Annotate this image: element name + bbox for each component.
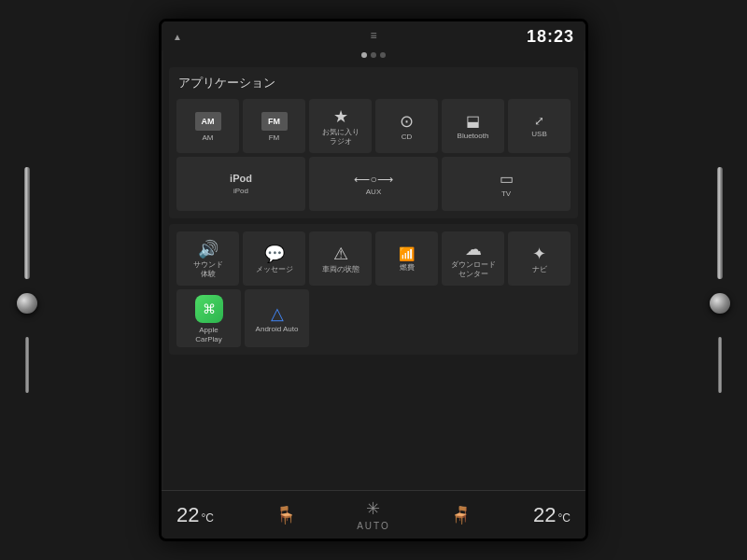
signal-icon: ▲ (173, 32, 182, 42)
app-tile-usb[interactable]: ⤢ USB (508, 99, 571, 153)
empty-space (313, 289, 571, 347)
func-tile-sound[interactable]: 🔊 サウンド体験 (176, 231, 239, 286)
nav-icon: ✦ (532, 245, 546, 262)
temp-left-value: 22 (176, 503, 199, 527)
knob-ball-right[interactable] (710, 293, 730, 314)
app-tile-bluetooth[interactable]: ⬓ Bluetooth (442, 99, 504, 153)
app-tile-fm[interactable]: FM FM (243, 99, 305, 153)
ipod-label: iPod (233, 187, 248, 196)
fuel-label: 燃費 (400, 263, 415, 273)
knob-ball-left[interactable] (17, 293, 37, 314)
climate-bar: 22 °C 🪑 ✳ AUTO 🪑 22 °C (162, 490, 585, 539)
app-tile-aux[interactable]: ⟵○⟶ AUX (309, 157, 438, 211)
carplay-label: AppleCarPlay (195, 326, 221, 343)
aux-icon: ⟵○⟶ (354, 174, 392, 185)
vehicle-icon: ⚠ (333, 245, 348, 262)
bluetooth-icon: ⬓ (466, 114, 480, 129)
ipod-icon: iPod (230, 174, 252, 184)
fuel-icon: 📶 (399, 247, 415, 260)
fm-label: FM (269, 133, 280, 143)
app-tile-cd[interactable]: ⊙ CD (375, 99, 438, 153)
carplay-icon: ⌘ (203, 301, 216, 316)
carplay-icon-bg: ⌘ (195, 295, 223, 323)
nav-label: ナビ (532, 265, 547, 274)
func-tile-carplay[interactable]: ⌘ AppleCarPlay (176, 289, 241, 347)
main-screen: ▲ ≡ 18:23 アプリケーション AM AM FM FM ★ お気に入りラジ… (159, 19, 588, 541)
func-grid-row2: ⌘ AppleCarPlay △ Android Auto (176, 289, 571, 347)
knob-stem-small-left (25, 337, 29, 393)
app-tile-fav[interactable]: ★ お気に入りラジオ (309, 99, 372, 153)
temp-right-group: 22 °C (533, 503, 571, 527)
func-section: 🔊 サウンド体験 💬 メッセージ ⚠ 車両の状態 📶 燃費 ☁ ダウンロードセン… (169, 224, 578, 355)
section-title: アプリケーション (176, 75, 571, 91)
fav-icon: ★ (333, 108, 348, 125)
left-knob[interactable] (17, 167, 37, 393)
cd-icon: ⊙ (400, 113, 414, 130)
usb-label: USB (531, 130, 546, 139)
func-grid-row1: 🔊 サウンド体験 💬 メッセージ ⚠ 車両の状態 📶 燃費 ☁ ダウンロードセン… (176, 231, 571, 286)
seat-left-icon[interactable]: 🪑 (275, 505, 296, 525)
media-grid-row2: iPod iPod ⟵○⟶ AUX ▭ TV (176, 157, 571, 211)
dot-2[interactable] (371, 52, 376, 58)
func-tile-vehicle[interactable]: ⚠ 車両の状態 (309, 231, 372, 286)
am-icon: AM (195, 112, 221, 131)
androidauto-label: Android Auto (256, 325, 299, 334)
knob-stem-small-right (718, 337, 722, 393)
sound-icon: 🔊 (198, 241, 218, 258)
clock: 18:23 (527, 27, 574, 47)
download-icon: ☁ (465, 241, 482, 258)
func-tile-fuel[interactable]: 📶 燃費 (375, 231, 438, 286)
func-tile-download[interactable]: ☁ ダウンロードセンター (442, 231, 504, 286)
am-label: AM (203, 133, 214, 143)
fan-icon: ✳ (366, 498, 380, 519)
dot-1[interactable] (361, 52, 367, 58)
bluetooth-label: Bluetooth (458, 132, 489, 141)
androidauto-icon: △ (271, 305, 284, 322)
tv-label: TV (501, 189, 511, 199)
func-tile-message[interactable]: 💬 メッセージ (243, 231, 305, 286)
vehicle-label: 車両の状態 (322, 265, 359, 274)
message-icon: 💬 (264, 245, 285, 262)
fm-icon: FM (261, 112, 288, 131)
aux-label: AUX (366, 188, 381, 197)
app-tile-ipod[interactable]: iPod iPod (176, 157, 305, 211)
status-bar: ▲ ≡ 18:23 (162, 21, 585, 50)
app-tile-tv[interactable]: ▭ TV (442, 157, 571, 211)
knob-stem-left (24, 167, 30, 279)
seat-right-icon[interactable]: 🪑 (451, 505, 472, 525)
fav-label: お気に入りラジオ (322, 128, 359, 146)
func-tile-androidauto[interactable]: △ Android Auto (245, 289, 309, 347)
media-grid-row1: AM AM FM FM ★ お気に入りラジオ ⊙ CD ⬓ Bluetooth … (176, 99, 571, 153)
download-label: ダウンロードセンター (451, 260, 496, 278)
app-tile-am[interactable]: AM AM (176, 99, 239, 153)
temp-right-value: 22 (533, 503, 556, 527)
app-section: アプリケーション AM AM FM FM ★ お気に入りラジオ ⊙ CD ⬓ B… (169, 67, 578, 218)
temp-left-group: 22 °C (176, 503, 214, 527)
page-dots (162, 50, 585, 63)
auto-label: AUTO (357, 521, 390, 531)
temp-right-unit: °C (557, 511, 570, 525)
func-tile-nav[interactable]: ✦ ナビ (508, 231, 571, 286)
right-knob[interactable] (710, 167, 730, 393)
cd-label: CD (402, 133, 413, 142)
tv-icon: ▭ (500, 172, 514, 187)
message-label: メッセージ (256, 265, 293, 274)
climate-center: ✳ AUTO (357, 498, 390, 531)
menu-icon: ≡ (370, 29, 376, 42)
knob-stem-right (717, 167, 723, 279)
temp-left-unit: °C (201, 511, 213, 525)
sound-label: サウンド体験 (193, 260, 223, 278)
usb-icon: ⤢ (534, 115, 544, 127)
dot-3[interactable] (380, 52, 386, 58)
